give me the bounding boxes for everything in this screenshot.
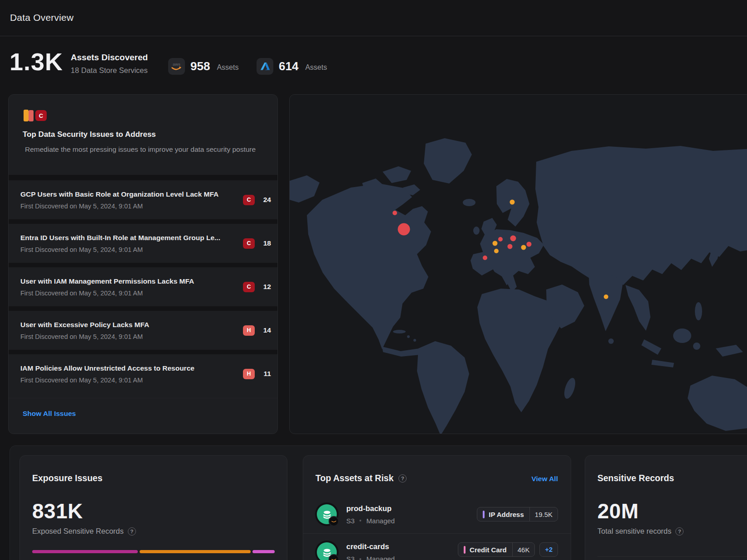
critical-badge-icon: C (35, 110, 47, 121)
azure-assets-stat: 614 Assets (257, 58, 327, 75)
issues-card-subtitle: Remediate the most pressing issues to im… (25, 145, 256, 154)
chip-value: 19.5K (529, 507, 558, 521)
dot-separator (359, 520, 361, 521)
aws-provider-badge-icon (329, 516, 339, 526)
assets-discovered-value: 1.3K (10, 48, 63, 75)
map-dot[interactable] (510, 200, 515, 205)
asset-service: S3 (346, 555, 354, 560)
severity-badge: C (243, 282, 255, 292)
card-divider (597, 556, 747, 557)
data-overview-page: Data Overview 1.3K Assets Discovered 18 … (0, 0, 747, 560)
issue-discovered: First Discovered on May 5, 2024, 9:01 AM (20, 246, 243, 253)
exposure-value: 831K (32, 501, 83, 521)
aws-provider-badge-icon (329, 554, 339, 560)
help-icon[interactable]: ? (675, 527, 684, 536)
exposure-bar-segment (32, 550, 138, 553)
sensitive-records-card: Sensitive Records 20M Total sensitive re… (585, 455, 747, 560)
view-all-link[interactable]: View All (531, 475, 558, 483)
more-chips-badge[interactable]: +2 (539, 542, 558, 557)
issue-discovered: First Discovered on May 5, 2024, 9:01 AM (20, 333, 243, 340)
issue-row[interactable]: User with Excessive Policy Lacks MFA Fir… (9, 311, 277, 350)
exposure-title: Exposure Issues (32, 473, 102, 483)
issue-title: GCP Users with Basic Role at Organizatio… (20, 190, 243, 198)
data-store-services-label: 18 Data Store Services (71, 66, 148, 75)
severity-badge: C (243, 195, 255, 205)
map-dot[interactable] (521, 245, 526, 250)
issue-title: Entra ID Users with Built-In Role at Man… (20, 234, 243, 242)
issues-list: GCP Users with Basic Role at Organizatio… (9, 175, 277, 393)
chip-value: 46K (512, 543, 535, 556)
asset-status: Managed (366, 555, 395, 560)
issue-row[interactable]: Entra ID Users with Built-In Role at Man… (9, 224, 277, 263)
svg-text:aws: aws (173, 62, 180, 67)
s3-datastore-icon (317, 542, 337, 560)
security-issues-card: C Top Data Security Issues to Address Re… (8, 94, 278, 434)
map-dot[interactable] (498, 237, 503, 241)
help-icon[interactable]: ? (128, 527, 136, 536)
map-dot[interactable] (393, 211, 397, 215)
issue-count: 24 (259, 196, 271, 204)
azure-assets-unit: Assets (305, 63, 327, 72)
issue-row[interactable]: IAM Policies Allow Unrestricted Access t… (9, 354, 277, 393)
exposure-breakdown-bar (32, 550, 275, 553)
issue-count: 11 (259, 370, 271, 378)
severity-badge: C (243, 238, 255, 249)
asset-status: Managed (366, 517, 395, 525)
exposure-label: Exposed Sensitive Records ? (32, 527, 136, 536)
chip-color-bar (464, 546, 466, 554)
asset-service: S3 (346, 517, 354, 525)
issue-discovered: First Discovered on May 5, 2024, 9:01 AM (20, 377, 243, 384)
show-all-issues-link[interactable]: Show All Issues (23, 410, 76, 418)
asset-row[interactable]: credit-cards S3 Managed Credit Card 46K (303, 533, 571, 560)
map-dot[interactable] (398, 223, 410, 236)
aws-assets-unit: Assets (217, 63, 238, 72)
sensitive-data-chip[interactable]: IP Address 19.5K (477, 507, 558, 521)
show-all-section: Show All Issues (9, 398, 277, 434)
page-title: Data Overview (10, 12, 73, 23)
issue-row[interactable]: User with IAM Management Permissions Lac… (9, 267, 277, 306)
s3-datastore-icon (317, 504, 337, 524)
aws-icon: aws (168, 58, 185, 75)
issue-count: 12 (259, 283, 271, 291)
asset-name: prod-backup (346, 504, 395, 513)
top-assets-title: Top Assets at Risk ? (315, 473, 407, 483)
chip-label: Credit Card (470, 546, 507, 554)
map-dot[interactable] (604, 294, 608, 299)
map-dot[interactable] (527, 242, 532, 247)
sensitive-records-value: 20M (597, 501, 639, 521)
help-icon[interactable]: ? (398, 474, 407, 483)
sensitive-data-chip[interactable]: Credit Card 46K (458, 542, 535, 557)
asset-row[interactable]: prod-backup S3 Managed IP Address 19.5K (303, 496, 571, 533)
assets-discovered-stat: 1.3K Assets Discovered 18 Data Store Ser… (10, 48, 148, 75)
chip-label: IP Address (489, 511, 524, 518)
map-dot[interactable] (508, 244, 513, 249)
issue-title: User with Excessive Policy Lacks MFA (20, 321, 243, 329)
issue-discovered: First Discovered on May 5, 2024, 9:01 AM (20, 203, 243, 210)
assets-discovered-label: Assets Discovered (71, 53, 148, 63)
azure-assets-count: 614 (279, 59, 298, 73)
aws-assets-count: 958 (190, 59, 210, 73)
severity-badge: H (243, 325, 255, 336)
issue-row[interactable]: GCP Users with Basic Role at Organizatio… (9, 180, 277, 219)
issue-title: IAM Policies Allow Unrestricted Access t… (20, 364, 243, 372)
map-dot[interactable] (494, 249, 499, 253)
severity-badge: H (243, 369, 255, 379)
issue-count: 14 (259, 326, 271, 334)
bottom-stats-section: Exposure Issues 831K Exposed Sensitive R… (10, 445, 747, 560)
issue-count: 18 (259, 239, 271, 247)
map-continents (290, 138, 747, 434)
dot-separator (359, 558, 361, 560)
map-dot[interactable] (493, 241, 498, 246)
map-dot[interactable] (510, 236, 516, 241)
issue-title: User with IAM Management Permissions Lac… (20, 277, 243, 285)
asset-name: credit-cards (346, 542, 395, 551)
sensitive-records-label: Total sensitive records ? (597, 527, 684, 536)
azure-icon (257, 58, 273, 75)
world-map (290, 95, 747, 434)
exposure-issues-card: Exposure Issues 831K Exposed Sensitive R… (19, 455, 287, 560)
map-dot[interactable] (483, 256, 487, 260)
issues-card-title: Top Data Security Issues to Address (23, 130, 156, 139)
aws-assets-stat: aws 958 Assets (168, 58, 238, 75)
top-assets-card: Top Assets at Risk ? View All prod-bac (303, 455, 571, 560)
exposure-bar-segment (252, 550, 275, 553)
